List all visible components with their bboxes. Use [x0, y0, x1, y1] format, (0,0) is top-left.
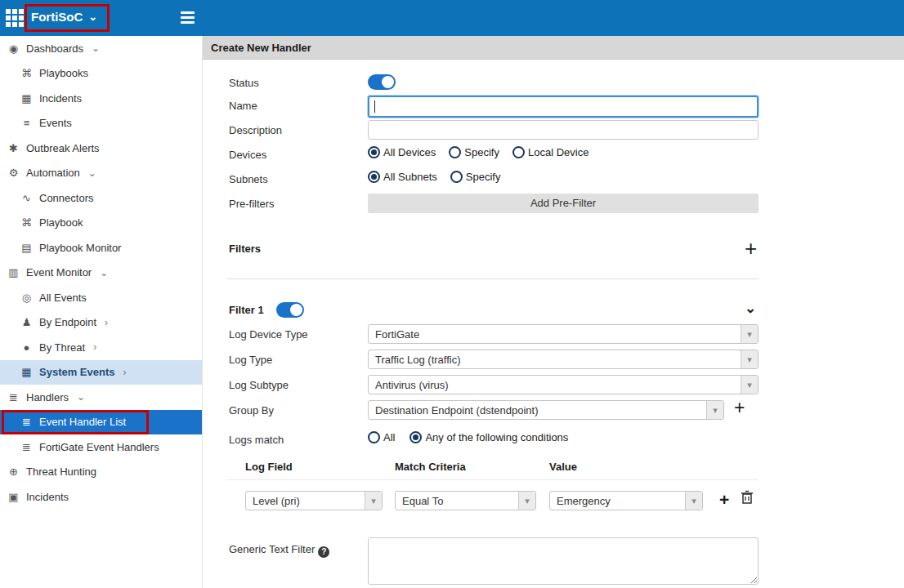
caret-down-icon: ▾ [706, 401, 723, 419]
radio-selected-icon [368, 146, 380, 158]
dashboards-icon: ◉ [7, 42, 20, 55]
radio-label: Specify [466, 171, 501, 183]
table-header-divider [227, 479, 759, 480]
radio-icon [450, 171, 463, 183]
sidebar-item-label: Threat Hunting [26, 466, 96, 478]
main-content: Create New Handler Status Name Descripti… [203, 36, 904, 588]
match-criteria-select[interactable]: Equal To ▾ [395, 491, 536, 510]
incidents-icon: ▣ [7, 491, 20, 503]
radio-all-subnets[interactable]: All Subnets [368, 171, 437, 183]
event-handler-list-icon: ≣ [20, 416, 33, 428]
log-subtype-select[interactable]: Antivirus (virus) ▾ [368, 375, 759, 394]
caret-down-icon: ▾ [685, 492, 702, 510]
radio-specify-devices[interactable]: Specify [449, 146, 499, 158]
text-caret [374, 100, 375, 113]
menu-icon[interactable] [181, 11, 195, 24]
caret-down-icon: ▾ [741, 376, 758, 394]
sidebar-item-label: Event Monitor [26, 266, 92, 278]
sidebar-item-incidents-bottom[interactable]: ▣ Incidents [0, 484, 202, 510]
app-grid-icon[interactable] [6, 9, 24, 27]
generic-text-filter-textarea[interactable] [368, 537, 759, 585]
sidebar-item-playbook-monitor[interactable]: ▤ Playbook Monitor [0, 235, 202, 261]
sidebar-item-automation[interactable]: ⚙ Automation ⌄ [0, 161, 202, 186]
generic-text-filter-label-text: Generic Text Filter [229, 543, 315, 555]
sidebar-item-label: Outbreak Alerts [26, 142, 100, 154]
sidebar-item-outbreak-alerts[interactable]: ✱ Outbreak Alerts [0, 136, 202, 161]
name-label: Name [229, 100, 257, 112]
sidebar-item-events[interactable]: ≡ Events [0, 111, 202, 136]
sidebar-item-playbook[interactable]: ⌘ Playbook [0, 211, 202, 236]
radio-label: All [383, 431, 395, 443]
radio-label: All Devices [383, 146, 436, 158]
by-endpoint-icon: ♟ [20, 316, 33, 328]
group-by-label: Group By [229, 404, 274, 416]
chevron-down-icon: ⌄ [88, 11, 97, 22]
threat-hunting-icon: ⊕ [7, 466, 20, 478]
events-icon: ≡ [20, 117, 33, 129]
radio-selected-icon [409, 431, 422, 443]
log-device-type-select[interactable]: FortiGate ▾ [368, 324, 759, 344]
sidebar-item-label: Connectors [39, 192, 93, 204]
sidebar-item-incidents[interactable]: ▦ Incidents [0, 86, 202, 111]
sidebar-item-by-threat[interactable]: ● By Threat › [0, 335, 202, 360]
description-input[interactable] [368, 120, 759, 140]
sidebar-item-label: Automation [26, 167, 80, 179]
sidebar-item-label: System Events [39, 366, 115, 378]
sidebar-item-label: Incidents [39, 92, 82, 105]
caret-down-icon: ▾ [365, 492, 382, 510]
collapse-filter-icon[interactable]: ⌄ [745, 301, 756, 315]
handlers-icon: ≣ [7, 391, 20, 403]
radio-any-conditions[interactable]: Any of the following conditions [409, 431, 568, 443]
radio-label: Local Device [528, 146, 588, 158]
playbook-monitor-icon: ▤ [20, 242, 33, 254]
incidents-icon: ▦ [20, 92, 33, 105]
all-events-icon: ◎ [20, 292, 33, 304]
sidebar-item-system-events[interactable]: ▦ System Events › [0, 360, 202, 385]
sidebar-item-fortigate-event-handlers[interactable]: ≣ FortiGate Event Handlers [0, 434, 202, 460]
add-condition-icon[interactable]: + [719, 491, 729, 508]
sidebar-item-dashboards[interactable]: ◉ Dashboards ⌄ [0, 36, 202, 61]
radio-specify-subnets[interactable]: Specify [450, 171, 501, 183]
fortigate-event-handlers-icon: ≣ [20, 441, 33, 453]
subnets-label: Subnets [229, 173, 268, 185]
automation-icon: ⚙ [7, 167, 20, 179]
sidebar-item-all-events[interactable]: ◎ All Events [0, 285, 202, 310]
add-group-by-icon[interactable]: + [734, 399, 745, 417]
sidebar-item-event-handler-list[interactable]: ≣ Event Handler List [0, 410, 202, 435]
filter1-toggle[interactable] [276, 302, 304, 318]
chevron-right-icon: › [105, 317, 108, 328]
radio-label: All Subnets [383, 171, 437, 183]
value-select[interactable]: Emergency ▾ [549, 491, 703, 510]
sidebar-item-by-endpoint[interactable]: ♟ By Endpoint › [0, 310, 202, 336]
log-type-select[interactable]: Traffic Log (traffic) ▾ [368, 350, 759, 369]
delete-condition-icon[interactable] [741, 490, 754, 505]
sidebar-item-label: Playbooks [39, 67, 88, 79]
event-monitor-icon: ▥ [7, 266, 20, 278]
outbreak-alerts-icon: ✱ [7, 142, 20, 154]
status-toggle[interactable] [368, 74, 396, 90]
by-threat-icon: ● [20, 341, 33, 354]
sidebar-item-label: Playbook Monitor [39, 242, 121, 254]
description-label: Description [229, 124, 282, 136]
sidebar-item-playbooks[interactable]: ⌘ Playbooks [0, 61, 202, 87]
product-switcher[interactable]: FortiSoC ⌄ [31, 10, 97, 24]
help-icon[interactable]: ? [318, 546, 329, 558]
radio-icon [512, 146, 525, 158]
sidebar-item-handlers[interactable]: ≣ Handlers ⌄ [0, 385, 202, 410]
name-input[interactable] [368, 96, 759, 118]
add-filter-icon[interactable]: + [745, 238, 757, 259]
log-field-select[interactable]: Level (pri) ▾ [245, 491, 383, 510]
radio-label: Specify [464, 146, 499, 158]
radio-all-devices[interactable]: All Devices [368, 146, 436, 158]
chevron-down-icon: ⌄ [92, 42, 100, 54]
sidebar-item-label: By Threat [39, 341, 85, 354]
group-by-select[interactable]: Destination Endpoint (dstendpoint) ▾ [368, 400, 724, 420]
radio-local-device[interactable]: Local Device [512, 146, 588, 158]
sidebar-item-event-monitor[interactable]: ▥ Event Monitor ⌄ [0, 261, 202, 286]
add-prefilter-button[interactable]: Add Pre-Filter [368, 194, 759, 213]
radio-all-conditions[interactable]: All [368, 431, 395, 443]
sidebar-item-threat-hunting[interactable]: ⊕ Threat Hunting [0, 460, 202, 485]
select-value: Destination Endpoint (dstendpoint) [369, 404, 706, 416]
section-divider [227, 278, 759, 279]
sidebar-item-connectors[interactable]: ∿ Connectors [0, 185, 202, 211]
